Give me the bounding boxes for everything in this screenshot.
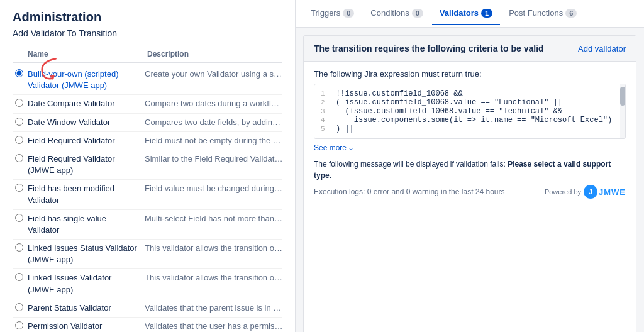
line-code: ( issue.customfield_10068.value == "Func… [336, 98, 619, 107]
detail-header-title: The transition requires the following cr… [314, 43, 544, 53]
table-header: Name Description [13, 47, 282, 63]
validator-name: Field Required Validator [28, 135, 145, 147]
validator-description: This validator allows the transition onl… [145, 272, 283, 295]
validator-radio[interactable] [15, 303, 23, 311]
tab-label: Triggers [311, 8, 340, 18]
tab-label: Validators [440, 8, 479, 18]
validator-radio[interactable] [15, 184, 23, 192]
line-number: 1 [321, 89, 336, 97]
line-number: 5 [321, 124, 336, 133]
validator-radio[interactable] [15, 273, 23, 281]
scrollbar-thumb [620, 87, 625, 106]
validator-name: Build-your-own (scripted) Validator (JMW… [28, 69, 145, 91]
validator-radio[interactable] [15, 214, 23, 222]
jira-expr-label: The following Jira expression must retur… [314, 69, 626, 79]
powered-by-label: Powered by [545, 188, 581, 196]
exec-logs-row: Execution logs: 0 error and 0 warning in… [314, 185, 626, 199]
validator-radio[interactable] [15, 99, 23, 107]
jmwe-icon: J [584, 185, 597, 199]
tab-badge: 6 [565, 9, 577, 18]
validator-item[interactable]: Parent Status ValidatorValidates that th… [13, 299, 282, 318]
code-block: 1!!issue.customfield_10068 &&2( issue.cu… [314, 84, 626, 139]
page-title: Administration [13, 10, 282, 25]
validator-description: Compare two dates during a workflow tran… [145, 98, 283, 109]
validator-description: Similar to the Field Required Validator … [145, 153, 283, 176]
line-code: (issue.customfield_10068.value == "Techn… [336, 107, 619, 116]
validator-item[interactable]: Field Required Validator (JMWE app)Simil… [13, 150, 282, 180]
validator-description: Create your own Validator using a simple… [145, 69, 283, 91]
validator-description: Validates that the parent issue is in re… [145, 302, 283, 314]
jmwe-text: JMWE [599, 187, 626, 197]
validator-list: Build-your-own (scripted) Validator (JMW… [13, 65, 282, 332]
code-line: 3 (issue.customfield_10068.value == "Tec… [321, 107, 619, 116]
validator-item[interactable]: Permission ValidatorValidates that the u… [13, 318, 282, 332]
tab-label: Post Functions [509, 8, 563, 18]
tabs-bar: Triggers0Conditions0Validators1Post Func… [296, 0, 644, 28]
validator-radio[interactable] [15, 154, 23, 162]
validator-radio[interactable] [15, 136, 23, 144]
code-line: 5) || [321, 124, 619, 133]
tab-post-functions[interactable]: Post Functions6 [501, 2, 584, 25]
line-number: 4 [321, 116, 336, 124]
validator-name: Permission Validator [28, 321, 145, 332]
validator-item[interactable]: Linked Issues Status Validator (JMWE app… [13, 240, 282, 269]
validator-item[interactable]: Linked Issues Validator (JMWE app)This v… [13, 269, 282, 299]
scrollbar [620, 84, 625, 138]
tab-triggers[interactable]: Triggers0 [303, 2, 362, 25]
sub-title: Add Validator To Transition [13, 28, 282, 38]
code-line: 1!!issue.customfield_10068 && [321, 89, 619, 98]
tab-badge: 0 [343, 9, 354, 18]
tab-badge: 0 [412, 9, 423, 18]
validator-item[interactable]: Field has been modified ValidatorField v… [13, 180, 282, 209]
add-validator-link[interactable]: Add validator [578, 44, 626, 53]
validator-name: Linked Issues Validator (JMWE app) [28, 272, 145, 295]
validator-name: Field has single value Validator [28, 213, 145, 236]
validator-description: Field value must be changed during the t… [145, 183, 283, 206]
validator-name: Date Window Validator [28, 117, 145, 128]
line-number: 3 [321, 107, 336, 115]
validation-message: The following message will be displayed … [314, 158, 626, 181]
see-more-button[interactable]: See more ⌄ [314, 143, 354, 152]
exec-logs: Execution logs: 0 error and 0 warning in… [314, 187, 505, 196]
validator-name: Field has been modified Validator [28, 183, 145, 206]
validator-radio[interactable] [15, 69, 23, 77]
validator-item[interactable]: Field Required ValidatorField must not b… [13, 132, 282, 150]
powered-by: Powered by J JMWE [545, 185, 626, 199]
validator-radio[interactable] [15, 243, 23, 252]
line-code: !!issue.customfield_10068 && [336, 89, 619, 98]
validator-radio[interactable] [15, 118, 23, 126]
line-code: issue.components.some(it => it.name == "… [336, 116, 619, 124]
validator-description: Validates that the user has a permission… [145, 321, 283, 332]
jmwe-logo: J JMWE [584, 185, 626, 199]
tab-badge: 1 [481, 9, 492, 18]
validator-description: This validator allows the transition onl… [145, 243, 283, 265]
right-panel: Triggers0Conditions0Validators1Post Func… [296, 0, 644, 332]
validator-name: Date Compare Validator [28, 98, 145, 109]
validator-radio[interactable] [15, 321, 23, 329]
validator-name: Parent Status Validator [28, 302, 145, 314]
validator-description: Compares two date fields, by adding a ti… [145, 117, 283, 128]
tab-validators[interactable]: Validators1 [432, 2, 500, 25]
code-line: 2( issue.customfield_10068.value == "Fun… [321, 98, 619, 107]
validator-description: Multi-select Field has not more than one… [145, 213, 283, 236]
validator-name: Linked Issues Status Validator (JMWE app… [28, 243, 145, 265]
left-panel: Administration Add Validator To Transiti… [0, 0, 296, 332]
col-name-header: Name [28, 50, 147, 58]
detail-body: The following Jira expression must retur… [304, 62, 636, 206]
chevron-down-icon: ⌄ [348, 143, 354, 152]
validator-detail: The transition requires the following cr… [303, 35, 636, 332]
tab-label: Conditions [370, 8, 409, 18]
validator-item[interactable]: Build-your-own (scripted) Validator (JMW… [13, 65, 282, 95]
validator-description: Field must not be empty during the trans… [145, 135, 283, 147]
col-desc-header: Description [147, 50, 189, 58]
validator-item[interactable]: Date Window ValidatorCompares two date f… [13, 114, 282, 132]
validator-item[interactable]: Field has single value ValidatorMulti-se… [13, 210, 282, 240]
line-number: 2 [321, 98, 336, 106]
tab-conditions[interactable]: Conditions0 [363, 2, 431, 25]
validator-item[interactable]: Date Compare ValidatorCompare two dates … [13, 95, 282, 113]
code-line: 4 issue.components.some(it => it.name ==… [321, 116, 619, 124]
line-code: ) || [336, 124, 619, 133]
validator-name: Field Required Validator (JMWE app) [28, 153, 145, 176]
detail-header: The transition requires the following cr… [304, 36, 636, 62]
